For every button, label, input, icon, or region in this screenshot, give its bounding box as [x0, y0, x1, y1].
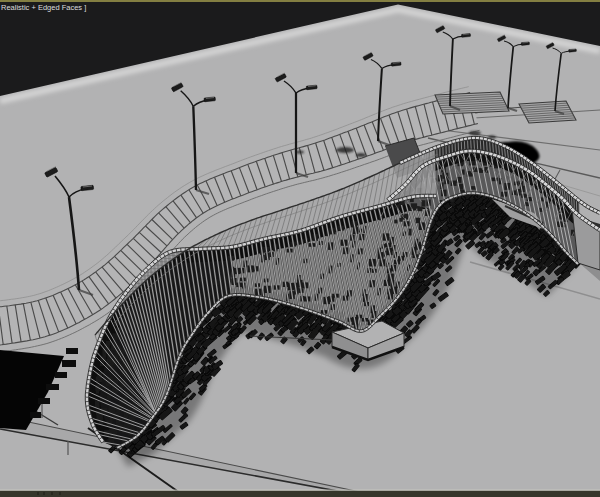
svg-text:Realistic + Edged Faces ]: Realistic + Edged Faces ]	[1, 3, 86, 12]
